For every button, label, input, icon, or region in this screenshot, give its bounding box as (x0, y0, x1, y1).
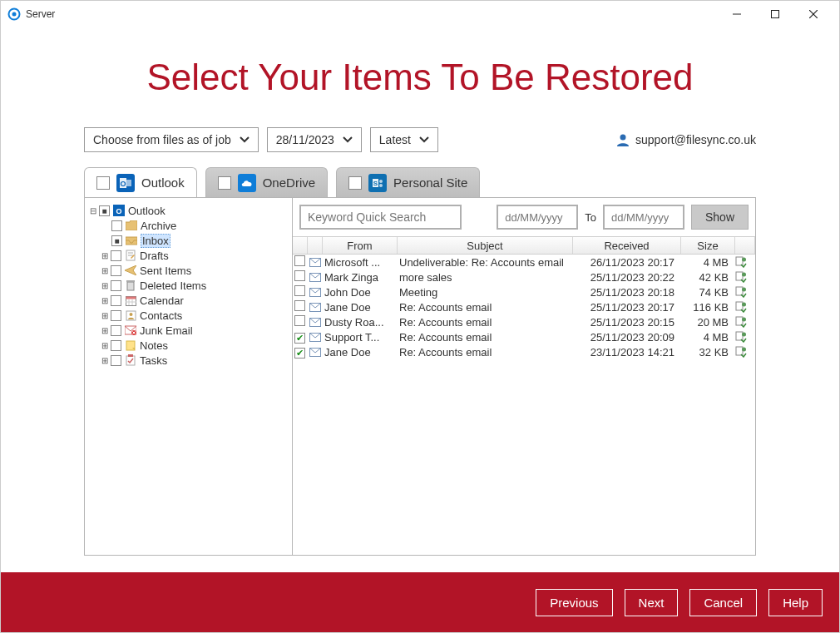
row-checkbox[interactable] (294, 255, 305, 266)
svg-point-6 (620, 135, 626, 141)
tree-checkbox[interactable] (111, 250, 121, 261)
cell-subject: Undeliverable: Re: Accounts email (398, 256, 571, 269)
svg-text:O: O (116, 207, 121, 215)
table-row[interactable]: ✔Jane DoeRe: Accounts email23/11/2023 14… (293, 344, 755, 359)
tree-root-outlook[interactable]: ⊟ ■ O Outlook (88, 203, 289, 218)
date-selector[interactable]: 28/11/2023 (267, 127, 362, 152)
restore-icon[interactable] (735, 256, 752, 268)
col-size[interactable]: Size (681, 237, 735, 254)
tree-item-contacts[interactable]: ⊞ Contacts (88, 308, 289, 323)
junk-icon (124, 324, 137, 337)
table-row[interactable]: John DoeMeeting25/11/2023 20:1874 KB (293, 284, 755, 299)
tab-outlook-checkbox[interactable] (96, 176, 110, 190)
tree-item-archive[interactable]: Archive (88, 218, 289, 233)
maximize-button[interactable] (756, 1, 794, 27)
restore-icon[interactable] (735, 346, 752, 358)
keyword-search-input[interactable]: Keyword Quick Search (299, 205, 462, 230)
expand-icon[interactable]: ⊞ (100, 296, 110, 305)
col-from[interactable]: From (323, 237, 398, 254)
tree-item-notes[interactable]: ⊞ Notes (88, 338, 289, 353)
tree-checkbox[interactable] (111, 310, 121, 321)
row-checkbox[interactable] (294, 285, 305, 296)
restore-icon[interactable] (735, 316, 752, 328)
version-selector[interactable]: Latest (370, 127, 438, 152)
tree-checkbox[interactable] (111, 220, 122, 231)
tree-checkbox[interactable] (111, 340, 121, 351)
tree-checkbox[interactable] (111, 280, 121, 291)
chevron-down-icon (419, 136, 429, 143)
svg-point-1 (12, 12, 17, 17)
help-button[interactable]: Help (768, 589, 823, 616)
svg-point-12 (379, 180, 383, 183)
svg-rect-34 (126, 356, 135, 365)
svg-point-56 (742, 348, 746, 352)
tree-item-inbox[interactable]: ■ Inbox (88, 233, 289, 248)
expand-icon[interactable]: ⊞ (100, 326, 110, 335)
expand-icon[interactable]: ⊞ (100, 341, 110, 350)
table-row[interactable]: Mark Zingamore sales25/11/2023 20:2242 K… (293, 270, 755, 284)
svg-rect-35 (128, 354, 133, 357)
expand-icon[interactable]: ⊞ (100, 281, 110, 290)
svg-rect-3 (772, 11, 779, 18)
table-row[interactable]: Jane DoeRe: Accounts email25/11/2023 20:… (293, 299, 755, 314)
row-checkbox[interactable] (294, 300, 305, 311)
cell-size: 74 KB (679, 286, 734, 299)
table-row[interactable]: Microsoft ...Undeliverable: Re: Accounts… (293, 255, 755, 270)
tree-item-label: Archive (141, 220, 176, 232)
table-row[interactable]: ✔Support T...Re: Accounts email25/11/202… (293, 329, 755, 344)
tree-checkbox[interactable] (111, 325, 121, 336)
job-selector-label: Choose from files as of job (93, 133, 231, 146)
tree-checkbox[interactable]: ■ (111, 235, 122, 246)
tab-personalsite-checkbox[interactable] (348, 176, 362, 190)
restore-icon[interactable] (735, 301, 752, 313)
tab-onedrive-checkbox[interactable] (218, 176, 231, 190)
restore-icon[interactable] (735, 271, 752, 283)
expand-icon[interactable]: ⊞ (100, 266, 110, 275)
expand-icon[interactable]: ⊞ (100, 251, 110, 260)
folder-tree[interactable]: ⊟ ■ O Outlook Archive ■ Inbox ⊞ (85, 198, 293, 555)
tree-checkbox[interactable]: ■ (99, 205, 110, 216)
next-button[interactable]: Next (625, 589, 679, 616)
row-checkbox[interactable] (294, 315, 305, 326)
tree-item-drafts[interactable]: ⊞ Drafts (88, 248, 289, 263)
row-checkbox[interactable] (294, 270, 305, 281)
date-selector-label: 28/11/2023 (276, 133, 334, 146)
notes-icon (124, 339, 137, 352)
previous-button[interactable]: Previous (536, 589, 612, 616)
collapse-icon[interactable]: ⊟ (88, 206, 98, 215)
minimize-button[interactable] (718, 1, 756, 27)
tree-checkbox[interactable] (111, 265, 121, 276)
cell-received: 25/11/2023 20:18 (571, 286, 679, 299)
cell-subject: Re: Accounts email (398, 346, 571, 359)
tree-checkbox[interactable] (111, 355, 121, 366)
restore-icon[interactable] (735, 286, 752, 298)
date-from-input[interactable]: dd/MM/yyyy (497, 205, 578, 230)
restore-icon[interactable] (735, 331, 752, 343)
col-subject[interactable]: Subject (398, 237, 573, 254)
tree-item-calendar[interactable]: ⊞ Calendar (88, 293, 289, 308)
show-button[interactable]: Show (691, 205, 749, 230)
tab-onedrive[interactable]: OneDrive (205, 167, 328, 197)
cancel-button[interactable]: Cancel (689, 589, 757, 616)
tree-checkbox[interactable] (111, 295, 121, 306)
table-row[interactable]: Dusty Roa...Re: Accounts email25/11/2023… (293, 314, 755, 329)
tab-personal-site[interactable]: S Personal Site (336, 167, 480, 197)
svg-point-28 (129, 313, 132, 316)
tab-personalsite-label: Personal Site (393, 176, 467, 190)
svg-rect-21 (126, 280, 135, 282)
tree-item-sent[interactable]: ⊞ Sent Items (88, 263, 289, 278)
tree-item-junk[interactable]: ⊞ Junk Email (88, 323, 289, 338)
close-button[interactable] (794, 1, 833, 27)
tree-item-label: Inbox (141, 234, 170, 248)
row-checkbox[interactable]: ✔ (294, 333, 305, 344)
row-checkbox[interactable]: ✔ (294, 348, 305, 359)
col-received[interactable]: Received (573, 237, 681, 254)
tree-item-tasks[interactable]: ⊞ Tasks (88, 353, 289, 368)
expand-icon[interactable]: ⊞ (100, 311, 110, 320)
tab-outlook[interactable]: O Outlook (84, 167, 197, 197)
expand-icon[interactable]: ⊞ (100, 356, 110, 365)
svg-point-47 (742, 303, 746, 307)
job-selector[interactable]: Choose from files as of job (84, 127, 259, 152)
tree-item-deleted[interactable]: ⊞ Deleted Items (88, 278, 289, 293)
date-to-input[interactable]: dd/MM/yyyy (603, 205, 684, 230)
